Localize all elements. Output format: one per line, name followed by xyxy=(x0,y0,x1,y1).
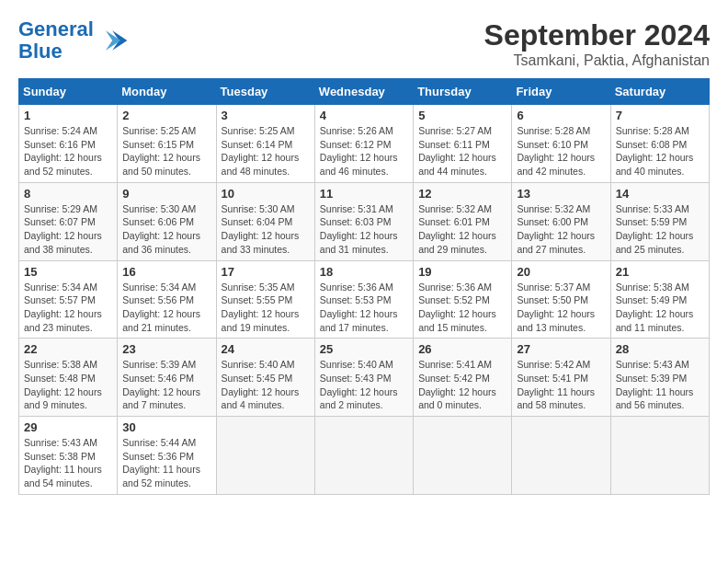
day-7: 7 Sunrise: 5:28 AMSunset: 6:08 PMDayligh… xyxy=(610,105,709,183)
empty-cell-5 xyxy=(610,417,709,495)
day-3: 3 Sunrise: 5:25 AMSunset: 6:14 PMDayligh… xyxy=(216,105,314,183)
empty-cell-4 xyxy=(512,417,610,495)
day-19: 19 Sunrise: 5:36 AMSunset: 5:52 PMDaylig… xyxy=(414,260,512,339)
empty-cell-2 xyxy=(314,417,413,495)
month-title: September 2024 xyxy=(484,18,710,52)
day-25: 25 Sunrise: 5:40 AMSunset: 5:43 PMDaylig… xyxy=(314,339,413,417)
day-23: 23 Sunrise: 5:39 AMSunset: 5:46 PMDaylig… xyxy=(118,339,216,417)
day-16: 16 Sunrise: 5:34 AMSunset: 5:56 PMDaylig… xyxy=(118,260,216,339)
col-tuesday: Tuesday xyxy=(216,79,314,105)
logo-icon xyxy=(97,24,131,57)
col-wednesday: Wednesday xyxy=(314,79,413,105)
day-5: 5 Sunrise: 5:27 AMSunset: 6:11 PMDayligh… xyxy=(414,105,512,183)
col-thursday: Thursday xyxy=(414,79,512,105)
week-row-3: 15 Sunrise: 5:34 AMSunset: 5:57 PMDaylig… xyxy=(19,260,710,339)
day-1: 1 Sunrise: 5:24 AMSunset: 6:16 PMDayligh… xyxy=(19,105,118,183)
col-monday: Monday xyxy=(118,79,216,105)
day-14: 14 Sunrise: 5:33 AMSunset: 5:59 PMDaylig… xyxy=(610,182,709,260)
week-row-5: 29 Sunrise: 5:43 AMSunset: 5:38 PMDaylig… xyxy=(19,417,710,495)
day-4: 4 Sunrise: 5:26 AMSunset: 6:12 PMDayligh… xyxy=(314,105,413,183)
day-10: 10 Sunrise: 5:30 AMSunset: 6:04 PMDaylig… xyxy=(216,182,314,260)
day-20: 20 Sunrise: 5:37 AMSunset: 5:50 PMDaylig… xyxy=(512,260,610,339)
day-24: 24 Sunrise: 5:40 AMSunset: 5:45 PMDaylig… xyxy=(216,339,314,417)
day-11: 11 Sunrise: 5:31 AMSunset: 6:03 PMDaylig… xyxy=(314,182,413,260)
day-21: 21 Sunrise: 5:38 AMSunset: 5:49 PMDaylig… xyxy=(610,260,709,339)
day-30: 30 Sunrise: 5:44 AMSunset: 5:36 PMDaylig… xyxy=(118,417,216,495)
day-15: 15 Sunrise: 5:34 AMSunset: 5:57 PMDaylig… xyxy=(19,260,118,339)
col-sunday: Sunday xyxy=(19,79,118,105)
week-row-1: 1 Sunrise: 5:24 AMSunset: 6:16 PMDayligh… xyxy=(19,105,710,183)
day-29: 29 Sunrise: 5:43 AMSunset: 5:38 PMDaylig… xyxy=(19,417,118,495)
day-12: 12 Sunrise: 5:32 AMSunset: 6:01 PMDaylig… xyxy=(414,182,512,260)
calendar-table: Sunday Monday Tuesday Wednesday Thursday… xyxy=(18,78,710,495)
day-28: 28 Sunrise: 5:43 AMSunset: 5:39 PMDaylig… xyxy=(610,339,709,417)
day-26: 26 Sunrise: 5:41 AMSunset: 5:42 PMDaylig… xyxy=(414,339,512,417)
logo: General Blue xyxy=(18,18,131,63)
col-friday: Friday xyxy=(512,79,610,105)
week-row-4: 22 Sunrise: 5:38 AMSunset: 5:48 PMDaylig… xyxy=(19,339,710,417)
location-subtitle: Tsamkani, Paktia, Afghanistan xyxy=(484,52,710,69)
day-17: 17 Sunrise: 5:35 AMSunset: 5:55 PMDaylig… xyxy=(216,260,314,339)
header-row: Sunday Monday Tuesday Wednesday Thursday… xyxy=(19,79,710,105)
day-9: 9 Sunrise: 5:30 AMSunset: 6:06 PMDayligh… xyxy=(118,182,216,260)
day-18: 18 Sunrise: 5:36 AMSunset: 5:53 PMDaylig… xyxy=(314,260,413,339)
week-row-2: 8 Sunrise: 5:29 AMSunset: 6:07 PMDayligh… xyxy=(19,182,710,260)
empty-cell-1 xyxy=(216,417,314,495)
title-area: September 2024 Tsamkani, Paktia, Afghani… xyxy=(484,18,710,69)
day-22: 22 Sunrise: 5:38 AMSunset: 5:48 PMDaylig… xyxy=(19,339,118,417)
svg-marker-1 xyxy=(106,30,120,51)
page-header: General Blue September 2024 Tsamkani, Pa… xyxy=(18,18,710,69)
empty-cell-3 xyxy=(414,417,512,495)
day-13: 13 Sunrise: 5:32 AMSunset: 6:00 PMDaylig… xyxy=(512,182,610,260)
day-6: 6 Sunrise: 5:28 AMSunset: 6:10 PMDayligh… xyxy=(512,105,610,183)
day-27: 27 Sunrise: 5:42 AMSunset: 5:41 PMDaylig… xyxy=(512,339,610,417)
logo-text: General Blue xyxy=(18,18,94,63)
col-saturday: Saturday xyxy=(610,79,709,105)
day-2: 2 Sunrise: 5:25 AMSunset: 6:15 PMDayligh… xyxy=(118,105,216,183)
day-8: 8 Sunrise: 5:29 AMSunset: 6:07 PMDayligh… xyxy=(19,182,118,260)
